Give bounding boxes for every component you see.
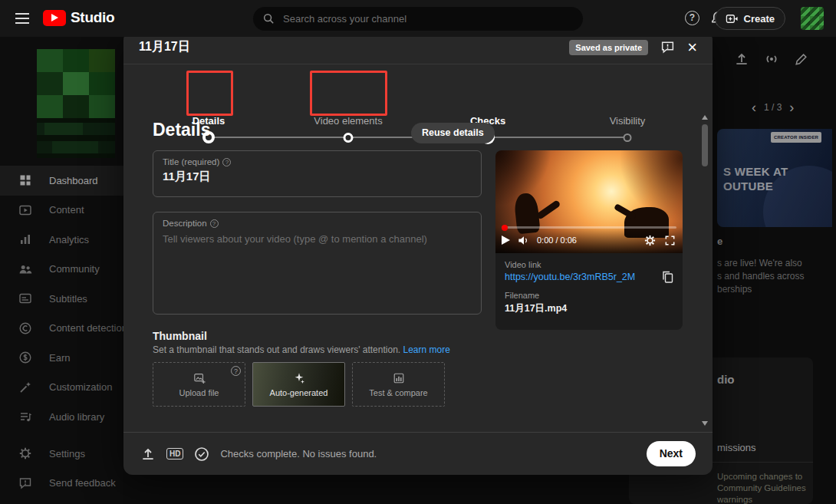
studio-logo-text: Studio	[71, 9, 114, 26]
title-field[interactable]: Title (required) 11月17日	[153, 150, 482, 197]
video-frame-silhouette	[535, 199, 561, 220]
dialog-scrollbar[interactable]	[699, 114, 710, 427]
annotation-box-details	[186, 71, 233, 116]
thumbnail-auto-generated[interactable]: Auto-generated	[252, 362, 345, 407]
title-help-icon[interactable]	[222, 158, 231, 166]
filename-label: Filename	[505, 291, 673, 300]
thumbnail-test-compare[interactable]: Test & compare	[352, 362, 445, 407]
test-compare-icon	[393, 372, 405, 384]
channel-search[interactable]	[253, 7, 583, 31]
step-video-elements[interactable]: Video elements	[295, 115, 402, 150]
video-link-label: Video link	[505, 260, 673, 269]
video-link-url[interactable]: https://youtu.be/3r3mRB5r_2M	[505, 272, 650, 282]
dialog-footer: HD Checks complete. No issues found. Nex…	[123, 432, 713, 475]
learn-more-link[interactable]: Learn more	[403, 344, 450, 355]
dialog-title: 11月17日	[139, 39, 190, 55]
video-preview-panel: 0:00 / 0:06 Video link https://youtu.be/…	[495, 150, 683, 330]
send-feedback-icon[interactable]	[660, 40, 675, 54]
create-button[interactable]: Create	[715, 7, 785, 30]
description-field[interactable]: Description Tell viewers about your vide…	[153, 212, 482, 315]
description-placeholder: Tell viewers about your video (type @ to…	[163, 233, 472, 245]
description-field-label: Description	[163, 219, 472, 228]
sparkle-icon	[293, 372, 305, 384]
checks-status-text: Checks complete. No issues found.	[220, 448, 377, 460]
thumbnail-option-label: Test & compare	[369, 388, 427, 397]
search-icon	[262, 12, 275, 25]
step-visibility-dot[interactable]	[624, 133, 632, 142]
time-display: 0:00 / 0:06	[537, 236, 577, 245]
youtube-play-icon	[43, 10, 66, 26]
details-section-title: Details	[153, 120, 210, 140]
search-input[interactable]	[283, 13, 574, 25]
create-button-label: Create	[744, 13, 775, 25]
upload-progress-icon	[140, 446, 156, 462]
saved-status-badge: Saved as private	[569, 40, 648, 55]
scroll-down-icon[interactable]	[702, 421, 708, 426]
close-icon[interactable]: ×	[687, 41, 697, 54]
top-bar: Studio Create	[0, 0, 836, 37]
next-button[interactable]: Next	[647, 441, 696, 466]
filename-value: 11月17日.mp4	[505, 302, 673, 315]
studio-logo[interactable]: Studio	[43, 9, 114, 26]
thumbnail-heading: Thumbnail	[153, 330, 207, 342]
scroll-up-icon[interactable]	[702, 115, 708, 120]
thumbnail-option-label: Auto-generated	[270, 388, 328, 397]
video-info-panel: Video link https://youtu.be/3r3mRB5r_2M …	[495, 253, 683, 330]
scrollbar-thumb[interactable]	[702, 124, 708, 166]
step-video-elements-dot[interactable]	[344, 133, 354, 143]
thumbnail-options: Upload file Auto-generated Test & compar…	[153, 362, 445, 407]
add-photo-icon	[193, 372, 206, 384]
checks-complete-icon	[194, 446, 209, 462]
copy-link-icon[interactable]	[661, 270, 675, 284]
video-player[interactable]: 0:00 / 0:06	[495, 150, 683, 253]
menu-icon[interactable]	[15, 13, 29, 24]
youtube-studio-app: Studio Create Dashboard	[0, 0, 836, 504]
annotation-box-video-elements	[310, 71, 387, 116]
thumbnail-help-icon[interactable]	[231, 366, 241, 376]
step-visibility[interactable]: Visibility	[574, 115, 681, 150]
help-icon[interactable]	[685, 11, 699, 25]
thumbnail-subtitle: Set a thumbnail that stands out and draw…	[153, 344, 450, 355]
player-settings-gear-icon[interactable]	[643, 234, 657, 247]
play-icon[interactable]	[502, 236, 510, 245]
hd-badge: HD	[166, 448, 183, 460]
player-controls: 0:00 / 0:06	[495, 227, 683, 253]
title-field-label: Title (required)	[163, 157, 472, 166]
fullscreen-icon[interactable]	[663, 234, 676, 247]
account-avatar[interactable]	[801, 7, 824, 30]
create-video-icon	[726, 12, 739, 25]
reuse-details-button[interactable]: Reuse details	[411, 123, 495, 143]
thumbnail-option-label: Upload file	[179, 388, 219, 397]
thumbnail-upload-file[interactable]: Upload file	[153, 362, 245, 407]
title-field-value: 11月17日	[163, 170, 472, 184]
volume-icon[interactable]	[517, 234, 530, 247]
description-help-icon[interactable]	[210, 219, 219, 228]
